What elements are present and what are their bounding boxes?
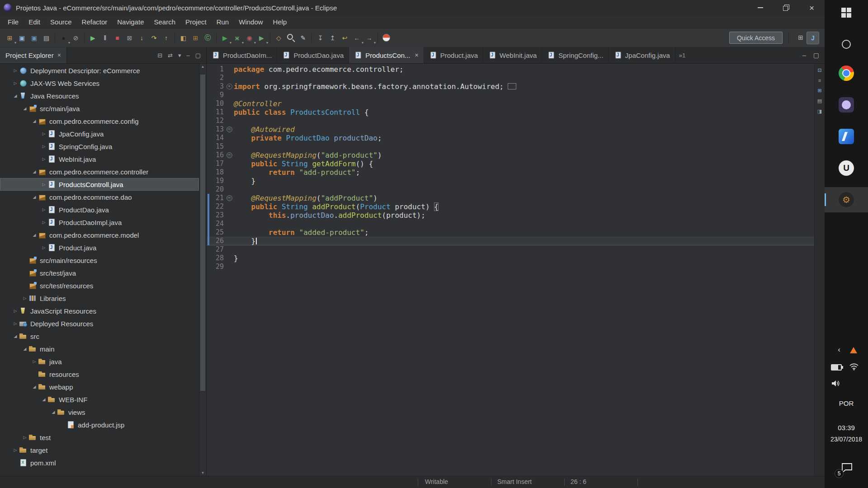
purple-app-taskbar-button[interactable] <box>825 92 868 117</box>
step-over-icon[interactable]: ↷ <box>148 32 160 43</box>
fold-collapse-icon[interactable]: − <box>226 127 232 132</box>
expand-arrow-icon[interactable]: ▷ <box>12 81 19 85</box>
chrome-taskbar-button[interactable] <box>825 61 868 86</box>
quick-access-button[interactable]: Quick Access <box>729 32 783 44</box>
menu-help[interactable]: Help <box>268 16 292 28</box>
code-line[interactable]: 11public class ProductsControll { <box>207 108 814 117</box>
expand-arrow-icon[interactable]: ▷ <box>21 435 28 440</box>
tree-item-pom-xml[interactable]: pom.xml <box>0 456 199 469</box>
expand-arrow-icon[interactable]: ▷ <box>21 296 28 300</box>
debug-last-icon[interactable]: ●▾ <box>58 32 69 43</box>
editor-tab-productscon[interactable]: ProductsCon...× <box>349 47 424 63</box>
forward-icon[interactable]: →▾ <box>363 32 375 43</box>
split-view-icon[interactable]: ◨ <box>817 108 822 114</box>
network-icon[interactable] <box>849 363 859 372</box>
tree-item-test[interactable]: ▷test <box>0 431 199 444</box>
eclipse-gear-taskbar-button[interactable]: ⚙ <box>825 187 868 212</box>
collapse-arrow-icon[interactable]: ◢ <box>21 106 28 111</box>
tree-item-deployed-resources[interactable]: ▷Deployed Resources <box>0 317 199 330</box>
code-line[interactable]: 20 <box>207 185 814 194</box>
minimize-editor-icon[interactable]: – <box>802 52 806 59</box>
expand-arrow-icon[interactable]: ▷ <box>12 68 19 73</box>
tab-overflow-indicator[interactable]: »1 <box>679 52 685 59</box>
start-button[interactable] <box>825 4 868 22</box>
code-line[interactable]: 15 <box>207 142 814 151</box>
tree-item-productdaoimpl-java[interactable]: ▷ProductDaoImpl.java <box>0 216 199 229</box>
tree-item-src-main-java[interactable]: ◢src/main/java <box>0 102 199 115</box>
language-indicator[interactable]: POR <box>825 399 868 407</box>
editor-tab-product-java[interactable]: Product.java <box>424 47 483 63</box>
open-type-icon[interactable]: ◇ <box>273 32 284 43</box>
code-line[interactable]: 9 <box>207 91 814 99</box>
tray-app-icon[interactable] <box>850 347 857 353</box>
code-line[interactable]: 19 } <box>207 177 814 185</box>
expand-arrow-icon[interactable]: ▷ <box>12 448 19 452</box>
collapse-arrow-icon[interactable]: ◢ <box>31 169 38 174</box>
resume-icon[interactable]: ▶ <box>87 32 99 43</box>
collapse-arrow-icon[interactable]: ◢ <box>50 410 57 414</box>
expand-arrow-icon[interactable]: ▷ <box>31 359 38 364</box>
restore-view-icon[interactable]: ⊡ <box>817 67 821 73</box>
menu-refactor[interactable]: Refactor <box>77 16 113 28</box>
expand-arrow-icon[interactable]: ▷ <box>12 309 19 313</box>
editor-tab-webinit-java[interactable]: WebInit.java <box>483 47 542 63</box>
scroll-down-icon[interactable] <box>199 470 206 476</box>
external-tools-icon[interactable]: ▶▾ <box>256 32 267 43</box>
collapse-arrow-icon[interactable]: ◢ <box>12 94 19 98</box>
menu-source[interactable]: Source <box>45 16 77 28</box>
tree-item-javascript-resources[interactable]: ▷JavaScript Resources <box>0 305 199 317</box>
outline-view-icon[interactable]: ≡ <box>818 78 821 83</box>
tree-item-productscontroll-java[interactable]: ▷ProductsControll.java <box>0 178 199 191</box>
expand-arrow-icon[interactable]: ▷ <box>40 157 47 161</box>
minimize-window-button[interactable] <box>747 0 773 15</box>
step-return-icon[interactable]: ↑ <box>160 32 172 43</box>
blue-app-taskbar-button[interactable] <box>825 124 868 149</box>
menu-window[interactable]: Window <box>234 16 268 28</box>
skip-breakpoints-icon[interactable]: ⊘ <box>70 32 81 43</box>
new-class-icon[interactable]: Ⓒ <box>202 32 213 43</box>
clock-date[interactable]: 23/07/2018 <box>825 436 868 443</box>
code-line[interactable]: 13− @Autowired <box>207 125 814 134</box>
editor-tab-productdaoim[interactable]: ProductDaoIm... <box>207 47 277 63</box>
scroll-up-icon[interactable] <box>199 64 206 70</box>
explorer-scrollbar[interactable] <box>199 64 206 476</box>
expand-arrow-icon[interactable]: ▷ <box>40 207 47 212</box>
print-icon[interactable]: ▤ <box>41 32 52 43</box>
expand-arrow-icon[interactable]: ▷ <box>40 245 47 250</box>
open-perspective-icon[interactable]: ⊞ <box>795 32 807 43</box>
collapse-arrow-icon[interactable]: ◢ <box>31 385 38 389</box>
view-menu-icon[interactable]: ▾ <box>178 52 181 59</box>
previous-annotation-icon[interactable]: ↥ <box>327 32 338 43</box>
code-line[interactable]: 23 this.productDao.addProduct(product); <box>207 211 814 220</box>
new-package-icon[interactable]: ⊞ <box>190 32 201 43</box>
code-line[interactable]: 18 return "add-product"; <box>207 168 814 177</box>
hidden-icons-chevron[interactable] <box>835 345 844 355</box>
mark-occurrences-icon[interactable]: ✎ <box>297 32 309 43</box>
tree-item-resources[interactable]: resources <box>0 368 199 380</box>
close-view-icon[interactable]: × <box>57 52 61 59</box>
tasks-view-icon[interactable]: ⊞ <box>817 88 821 94</box>
fold-collapse-icon[interactable]: − <box>226 152 232 158</box>
menu-search[interactable]: Search <box>149 16 180 28</box>
tree-item-product-java[interactable]: ▷Product.java <box>0 241 199 254</box>
code-line[interactable]: 16− @RequestMapping("add-product") <box>207 151 814 160</box>
link-editor-icon[interactable]: ⇄ <box>168 52 173 59</box>
tree-item-java[interactable]: ▷java <box>0 355 199 368</box>
tree-item-views[interactable]: ◢views <box>0 406 199 418</box>
code-line[interactable]: 24 <box>207 220 814 228</box>
tree-item-jax-ws-web-services[interactable]: ▷JAX-WS Web Services <box>0 77 199 89</box>
tree-item-webinit-java[interactable]: ▷WebInit.java <box>0 153 199 165</box>
disconnect-icon[interactable]: ⊠ <box>124 32 135 43</box>
code-lines[interactable]: 1package com.pedro.ecommerce.controller;… <box>207 64 814 476</box>
minimize-view-icon[interactable]: – <box>186 52 189 59</box>
expand-arrow-icon[interactable]: ▷ <box>40 144 47 149</box>
code-line[interactable]: 26 } <box>207 237 814 245</box>
collapse-arrow-icon[interactable]: ◢ <box>12 334 19 338</box>
tree-item-springconfig-java[interactable]: ▷SpringConfig.java <box>0 140 199 153</box>
run-icon[interactable]: ▶▾ <box>219 32 231 43</box>
editor-tab-jpaconfig-java[interactable]: JpaConfig.java <box>609 47 675 63</box>
tree-item-src-main-resources[interactable]: src/main/resources <box>0 254 199 267</box>
code-line[interactable]: 27 <box>207 245 814 254</box>
code-line[interactable]: 25 return "added-product"; <box>207 228 814 237</box>
coverage-icon[interactable]: ◉▾ <box>244 32 255 43</box>
